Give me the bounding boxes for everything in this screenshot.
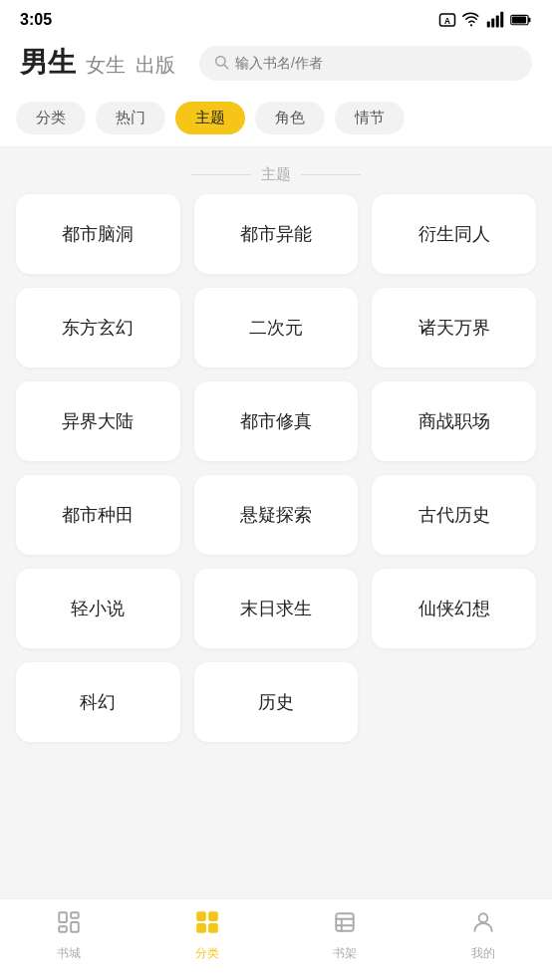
svg-line-11 (224, 65, 227, 68)
bookshelf-icon (332, 909, 358, 941)
battery-icon (510, 13, 532, 27)
svg-rect-8 (528, 18, 530, 23)
filter-bar: 分类 热门 主题 角色 情节 (0, 94, 552, 147)
nav-label-category: 分类 (195, 945, 219, 962)
category-card[interactable]: 二次元 (194, 288, 359, 368)
svg-rect-16 (196, 911, 206, 921)
section-heading: 主题 (0, 147, 552, 194)
category-card[interactable]: 都市异能 (194, 194, 359, 274)
nav-tab-publish[interactable]: 出版 (136, 52, 175, 79)
svg-rect-3 (487, 22, 490, 28)
bottom-nav: 书城 分类 书架 我的 (0, 898, 552, 980)
filter-chip-category[interactable]: 分类 (16, 102, 86, 134)
nav-tab-male[interactable]: 男生 (20, 44, 76, 82)
svg-rect-15 (60, 926, 68, 931)
svg-rect-4 (491, 19, 494, 28)
status-bar: 3:05 A (0, 0, 552, 36)
category-card[interactable]: 都市种田 (16, 475, 180, 555)
category-card[interactable]: 都市脑洞 (16, 194, 180, 274)
category-card[interactable]: 历史 (194, 662, 359, 742)
category-card[interactable]: 商战职场 (372, 381, 536, 461)
nav-item-category[interactable]: 分类 (177, 909, 237, 962)
book-store-icon (56, 909, 82, 941)
grid-icon (194, 909, 220, 941)
svg-point-10 (216, 56, 225, 65)
svg-rect-5 (496, 16, 499, 28)
header: 男生 女生 出版 (0, 36, 552, 94)
wifi-icon (462, 11, 480, 29)
nav-item-bookstore[interactable]: 书城 (39, 909, 99, 962)
search-icon (213, 54, 229, 73)
filter-chip-hot[interactable]: 热门 (96, 102, 165, 134)
svg-point-2 (470, 24, 472, 26)
nav-tabs: 男生 女生 出版 (20, 44, 175, 82)
svg-point-24 (478, 913, 487, 922)
category-card[interactable]: 异界大陆 (16, 381, 180, 461)
svg-rect-19 (208, 923, 218, 933)
category-card[interactable]: 末日求生 (194, 569, 359, 648)
category-card[interactable]: 诸天万界 (372, 288, 536, 368)
category-card[interactable]: 仙侠幻想 (372, 569, 536, 648)
category-card[interactable]: 古代历史 (372, 475, 536, 555)
search-box[interactable] (199, 46, 532, 81)
filter-chip-plot[interactable]: 情节 (335, 102, 405, 134)
nav-label-bookstore: 书城 (57, 945, 81, 962)
svg-rect-14 (71, 922, 79, 932)
nav-item-bookshelf[interactable]: 书架 (315, 909, 375, 962)
category-card[interactable]: 东方玄幻 (16, 288, 180, 368)
svg-rect-20 (337, 913, 354, 930)
svg-rect-6 (500, 12, 503, 28)
svg-text:A: A (444, 17, 450, 26)
category-card[interactable]: 衍生同人 (372, 194, 536, 274)
filter-chip-theme[interactable]: 主题 (175, 102, 245, 134)
category-card[interactable]: 都市修真 (194, 381, 359, 461)
search-input[interactable] (235, 55, 518, 71)
nav-label-bookshelf: 书架 (333, 945, 357, 962)
svg-rect-18 (196, 923, 206, 933)
nav-tab-female[interactable]: 女生 (86, 52, 126, 79)
nav-label-profile: 我的 (471, 945, 495, 962)
svg-rect-13 (71, 912, 79, 917)
status-time: 3:05 (20, 11, 52, 29)
category-card[interactable]: 科幻 (16, 662, 180, 742)
category-grid: 都市脑洞都市异能衍生同人东方玄幻二次元诸天万界异界大陆都市修真商战职场都市种田悬… (0, 194, 552, 842)
category-card[interactable]: 轻小说 (16, 569, 180, 648)
status-icons: A (438, 11, 532, 29)
a-icon: A (438, 11, 456, 29)
filter-chip-role[interactable]: 角色 (255, 102, 325, 134)
svg-rect-12 (60, 912, 68, 922)
nav-item-profile[interactable]: 我的 (453, 909, 513, 962)
signal-icon (486, 11, 504, 29)
svg-rect-9 (512, 16, 526, 23)
svg-rect-17 (208, 911, 218, 921)
profile-icon (470, 909, 496, 941)
category-card[interactable]: 悬疑探索 (194, 475, 359, 555)
